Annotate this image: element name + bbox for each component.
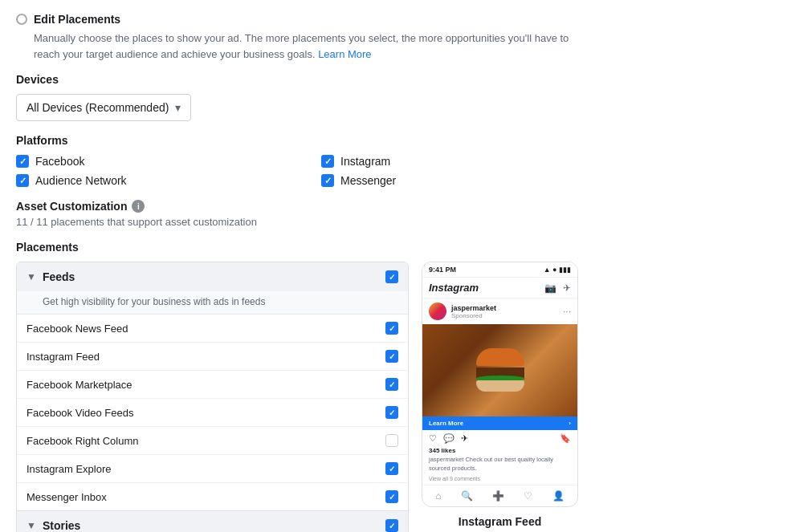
send-icon: ✈ — [563, 282, 571, 294]
phone-mockup: 9:41 PM ▲ ● ▮▮▮ Instagram 📷 ✈ jaspermark… — [422, 262, 578, 507]
devices-dropdown-value: All Devices (Recommended) — [26, 101, 169, 114]
placement-messenger-inbox[interactable]: Messenger Inbox — [17, 483, 408, 510]
post-header: jaspermarket Sponsored ··· — [422, 298, 577, 324]
comment-icon: 💬 — [443, 433, 454, 444]
placement-instagram-explore[interactable]: Instagram Explore — [17, 455, 408, 483]
phone-time: 9:41 PM — [429, 266, 456, 274]
bun-bottom — [476, 380, 524, 392]
placement-facebook-right-column[interactable]: Facebook Right Column — [17, 427, 408, 455]
placement-facebook-video-feeds[interactable]: Facebook Video Feeds — [17, 399, 408, 427]
stories-check-icon — [385, 519, 398, 532]
platforms-label: Platforms — [16, 134, 578, 147]
asset-count: 11 / 11 placements that support asset cu… — [16, 216, 578, 228]
feeds-group-name: Feeds — [43, 270, 379, 283]
post-cta-bar: Learn More › — [422, 416, 577, 430]
instagram-nav-icons: 📷 ✈ — [544, 282, 571, 294]
phone-nav-bar: ⌂ 🔍 ➕ ♡ 👤 — [422, 485, 577, 506]
profile-icon: 👤 — [552, 490, 565, 502]
placements-label: Placements — [16, 241, 578, 254]
platform-instagram[interactable]: Instagram — [321, 155, 578, 168]
post-likes: 345 likes — [422, 447, 577, 454]
facebook-label: Facebook — [35, 155, 84, 168]
asset-customization-title: Asset Customization — [16, 200, 127, 213]
post-caption: jaspermarket Check out our best quality … — [422, 454, 577, 476]
cta-text: Learn More — [429, 420, 463, 427]
chevron-down-icon: ▾ — [175, 101, 181, 114]
share-icon: ✈ — [461, 433, 468, 444]
platform-audience-network[interactable]: Audience Network — [16, 174, 273, 187]
stories-group-name: Stories — [43, 519, 379, 532]
post-actions: ♡ 💬 ✈ 🔖 — [422, 430, 577, 447]
audience-network-label: Audience Network — [35, 174, 127, 187]
instagram-check-icon — [321, 155, 334, 168]
camera-icon: 📷 — [544, 282, 556, 294]
heart-nav-icon: ♡ — [524, 490, 532, 502]
phone-status-bar: 9:41 PM ▲ ● ▮▮▮ — [422, 262, 577, 278]
facebook-check-icon — [16, 155, 29, 168]
add-icon: ➕ — [492, 490, 504, 502]
instagram-feed-check — [385, 350, 398, 363]
feeds-check-icon — [385, 270, 398, 283]
platform-messenger[interactable]: Messenger — [321, 174, 578, 187]
placement-facebook-news-feed[interactable]: Facebook News Feed — [17, 315, 408, 343]
bookmark-icon: 🔖 — [560, 433, 571, 444]
preview-panel: 9:41 PM ▲ ● ▮▮▮ Instagram 📷 ✈ jaspermark… — [422, 262, 578, 532]
feeds-collapse-icon: ▼ — [26, 271, 36, 282]
home-icon: ⌂ — [435, 490, 441, 502]
heart-icon: ♡ — [429, 433, 437, 444]
placement-instagram-feed[interactable]: Instagram Feed — [17, 343, 408, 371]
edit-placements-title: Edit Placements — [34, 13, 120, 26]
phone-signal-icons: ▲ ● ▮▮▮ — [544, 266, 571, 274]
devices-label: Devices — [16, 73, 578, 86]
instagram-explore-check — [385, 462, 398, 475]
post-comments: View all 9 comments — [422, 476, 577, 485]
stories-collapse-icon: ▼ — [26, 520, 36, 531]
instagram-label: Instagram — [340, 155, 390, 168]
placement-facebook-marketplace[interactable]: Facebook Marketplace — [17, 371, 408, 399]
bun-sesame — [476, 348, 524, 366]
learn-more-link[interactable]: Learn More — [318, 48, 371, 60]
edit-placements-desc: Manually choose the places to show your … — [34, 30, 578, 62]
post-more-icon: ··· — [563, 306, 571, 317]
stories-group: ▼ Stories Tell a rich, visual story with… — [17, 511, 408, 532]
placements-layout: ▼ Feeds Get high visibility for your bus… — [16, 262, 578, 532]
placements-list: ▼ Feeds Get high visibility for your bus… — [16, 262, 409, 532]
platform-facebook[interactable]: Facebook — [16, 155, 273, 168]
facebook-right-column-check — [385, 434, 398, 447]
info-icon[interactable]: i — [132, 200, 145, 213]
post-image — [422, 324, 577, 416]
post-sponsored-label: Sponsored — [451, 312, 496, 319]
search-icon: 🔍 — [461, 490, 473, 502]
messenger-inbox-check — [385, 490, 398, 503]
radio-edit-placements[interactable] — [16, 14, 27, 25]
post-account-name: jaspermarket — [451, 304, 496, 312]
messenger-check-icon — [321, 174, 334, 187]
feeds-group-header[interactable]: ▼ Feeds — [17, 262, 408, 291]
devices-dropdown[interactable]: All Devices (Recommended) ▾ — [16, 94, 191, 121]
burger-shape — [476, 348, 524, 392]
facebook-video-feeds-check — [385, 406, 398, 419]
platforms-grid: Facebook Instagram Audience Network Mess… — [16, 155, 578, 187]
feeds-group: ▼ Feeds Get high visibility for your bus… — [17, 262, 408, 511]
facebook-news-feed-check — [385, 322, 398, 335]
stories-group-header[interactable]: ▼ Stories — [17, 511, 408, 532]
instagram-logo: Instagram — [429, 282, 544, 294]
audience-network-check-icon — [16, 174, 29, 187]
burger-visual — [422, 324, 577, 416]
preview-feed-label: Instagram Feed — [422, 515, 578, 528]
facebook-right-column-label: Facebook Right Column — [26, 435, 385, 447]
avatar — [429, 303, 446, 320]
instagram-header: Instagram 📷 ✈ — [422, 278, 577, 298]
cta-arrow-icon: › — [569, 420, 571, 427]
facebook-marketplace-check — [385, 378, 398, 391]
feeds-group-desc: Get high visibility for your business wi… — [17, 291, 408, 315]
messenger-label: Messenger — [340, 174, 396, 187]
